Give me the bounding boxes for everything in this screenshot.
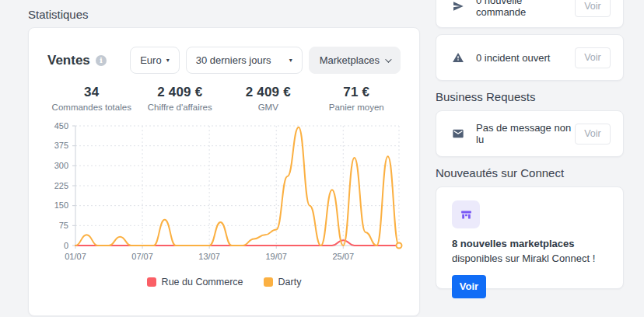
chart-legend: Rue du CommerceDarty bbox=[47, 277, 401, 287]
messages-text: Pas de message non lu bbox=[476, 122, 575, 145]
svg-text:13/07: 13/07 bbox=[198, 252, 220, 261]
news-voir-button[interactable]: Voir bbox=[452, 275, 486, 298]
kpi-label: GMV bbox=[224, 103, 313, 112]
svg-text:75: 75 bbox=[59, 221, 68, 230]
kpi: 2 409 €Chiffre d'affaires bbox=[136, 85, 225, 112]
kpi: 2 409 €GMV bbox=[224, 85, 313, 112]
marketplaces-label: Marketplaces bbox=[320, 54, 380, 66]
incidents-text: 0 incident ouvert bbox=[476, 52, 575, 64]
kpi: 34Commandes totales bbox=[47, 85, 136, 112]
currency-value: Euro bbox=[140, 54, 161, 66]
orders-voir-button[interactable]: Voir bbox=[575, 0, 611, 17]
svg-text:25/07: 25/07 bbox=[333, 252, 355, 261]
info-icon[interactable]: i bbox=[96, 55, 107, 66]
kpi-label: Chiffre d'affaires bbox=[136, 103, 225, 112]
period-select[interactable]: 30 derniers jours ▾ bbox=[186, 47, 303, 74]
svg-text:450: 450 bbox=[54, 121, 68, 131]
legend-swatch bbox=[264, 277, 273, 287]
svg-text:225: 225 bbox=[54, 181, 68, 190]
incidents-voir-button[interactable]: Voir bbox=[575, 47, 611, 68]
legend-label: Rue du Commerce bbox=[162, 277, 243, 287]
warning-icon bbox=[452, 51, 464, 64]
new-orders-text: 0 nouvelle commande bbox=[476, 0, 575, 18]
notifications-panel: 0 nouvelle commande Voir 0 incident ouve… bbox=[436, 0, 624, 295]
currency-dropdown[interactable]: Euro ▾ bbox=[130, 47, 179, 74]
kpi-label: Panier moyen bbox=[313, 103, 401, 112]
svg-text:19/07: 19/07 bbox=[265, 252, 287, 261]
chevron-down-icon: ▾ bbox=[289, 57, 292, 64]
marketplaces-dropdown[interactable]: Marketplaces bbox=[309, 47, 401, 74]
kpi-row: 34Commandes totales2 409 €Chiffre d'affa… bbox=[47, 85, 401, 112]
kpi-value: 71 € bbox=[313, 85, 401, 100]
legend-item[interactable]: Darty bbox=[264, 277, 302, 287]
sales-card: Ventes i Euro ▾ 30 derniers jours ▾ Mark… bbox=[28, 27, 420, 316]
envelope-icon bbox=[452, 127, 464, 140]
kpi-value: 34 bbox=[47, 85, 136, 100]
legend-label: Darty bbox=[278, 277, 302, 287]
sales-chart[interactable]: 07515022530037545001/0707/0713/0719/0725… bbox=[47, 120, 401, 269]
svg-text:375: 375 bbox=[54, 141, 68, 150]
messages-voir-button[interactable]: Voir bbox=[575, 124, 611, 145]
incidents-card: 0 incident ouvert Voir bbox=[436, 34, 624, 81]
sales-card-header: Ventes i Euro ▾ 30 derniers jours ▾ Mark… bbox=[47, 47, 401, 74]
storefront-icon bbox=[452, 200, 480, 228]
period-value: 30 derniers jours bbox=[196, 54, 271, 66]
dashboard-page: Statistiques Ventes i Euro ▾ 30 derniers… bbox=[0, 0, 644, 317]
new-orders-card: 0 nouvelle commande Voir bbox=[436, 0, 624, 28]
news-card: 8 nouvelles marketplaces disponibles sur… bbox=[436, 186, 624, 289]
statistics-heading: Statistiques bbox=[28, 8, 420, 21]
legend-item[interactable]: Rue du Commerce bbox=[147, 277, 243, 287]
kpi-value: 2 409 € bbox=[224, 85, 313, 100]
statistics-section: Statistiques Ventes i Euro ▾ 30 derniers… bbox=[28, 8, 420, 316]
messages-card: Pas de message non lu Voir bbox=[436, 110, 624, 157]
svg-text:150: 150 bbox=[54, 200, 68, 210]
kpi-label: Commandes totales bbox=[47, 103, 136, 112]
chevron-down-icon: ▾ bbox=[166, 57, 170, 64]
svg-text:07/07: 07/07 bbox=[131, 252, 153, 261]
svg-text:0: 0 bbox=[64, 241, 68, 250]
sales-title: Ventes bbox=[47, 53, 90, 68]
news-text-highlight: 8 nouvelles marketplaces bbox=[452, 238, 575, 249]
news-text-rest: disponibles sur Mirakl Connect ! bbox=[452, 253, 595, 264]
kpi-value: 2 409 € bbox=[136, 85, 225, 100]
chevron-down-icon bbox=[385, 56, 391, 62]
svg-text:01/07: 01/07 bbox=[65, 252, 86, 261]
news-text: 8 nouvelles marketplaces disponibles sur… bbox=[452, 237, 611, 266]
news-heading: Nouveautés sur Connect bbox=[436, 166, 624, 179]
business-requests-heading: Business Requests bbox=[436, 90, 624, 103]
legend-swatch bbox=[147, 277, 156, 287]
kpi: 71 €Panier moyen bbox=[313, 85, 401, 112]
svg-text:300: 300 bbox=[54, 161, 68, 170]
paper-plane-icon bbox=[452, 0, 464, 12]
